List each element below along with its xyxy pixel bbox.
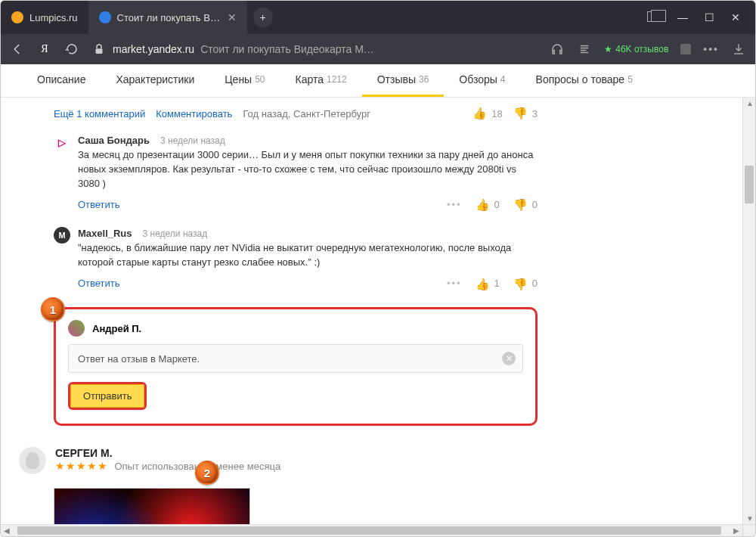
like-count: 18: [491, 108, 502, 120]
review-photo[interactable]: [54, 488, 250, 526]
comment-item: M Maxell_Rus 3 недели назад "надеюсь, в …: [54, 227, 538, 292]
reply-input[interactable]: [68, 344, 523, 373]
comment-date: 3 недели назад: [143, 228, 208, 241]
reply-link[interactable]: Ответить: [78, 277, 120, 291]
address-bar: Я market.yandex.ru Стоит ли покупать Вид…: [1, 34, 755, 64]
scrollbar-thumb[interactable]: [745, 166, 754, 203]
thumb-up-icon[interactable]: 👍: [472, 107, 487, 120]
more-icon[interactable]: •••: [447, 277, 462, 291]
tab-map[interactable]: Карта1212: [280, 64, 362, 97]
comment-date: 3 недели назад: [160, 135, 225, 147]
thumb-up-icon[interactable]: 👍: [476, 197, 490, 213]
comment-username[interactable]: Саша Бондарь: [78, 134, 150, 148]
comment-text: "надеюсь, в ближайшие пару лет NVidia не…: [78, 241, 538, 270]
scroll-down-icon[interactable]: ▼: [746, 514, 754, 523]
comment-item: ▷ Саша Бондарь 3 недели назад За месяц д…: [54, 134, 538, 213]
favicon-icon: [99, 11, 111, 23]
maximize-button[interactable]: ☐: [705, 11, 714, 23]
browser-tab-inactive[interactable]: Lumpics.ru: [1, 1, 88, 34]
scroll-left-icon[interactable]: ◀: [4, 526, 10, 535]
reload-button[interactable]: [64, 42, 79, 56]
rating-badge[interactable]: 46K отзывов: [604, 44, 668, 54]
close-icon[interactable]: ✕: [228, 11, 237, 23]
reply-username: Андрей П.: [92, 323, 141, 334]
scroll-right-icon[interactable]: ▶: [733, 526, 739, 535]
tab-specs[interactable]: Характеристики: [101, 64, 209, 97]
thumb-down-icon[interactable]: 👎: [513, 197, 528, 213]
minimize-button[interactable]: —: [677, 11, 688, 23]
scrollbar-corner: [742, 524, 755, 536]
comment-username[interactable]: Maxell_Rus: [78, 227, 132, 241]
like-count: 1: [494, 277, 500, 291]
svg-rect-0: [96, 48, 103, 54]
star-rating-icon: ★★★★★: [55, 460, 108, 472]
thumb-down-icon[interactable]: 👎: [513, 107, 528, 120]
dislike-count: 0: [532, 198, 538, 213]
downloads-icon[interactable]: [731, 42, 746, 56]
yandex-icon[interactable]: Я: [37, 43, 52, 55]
tab-description[interactable]: Описание: [22, 64, 101, 97]
url-display[interactable]: market.yandex.ru Стоит ли покупать Видео…: [91, 42, 374, 56]
dislike-count: 3: [532, 108, 538, 120]
dislike-count: 0: [532, 277, 538, 291]
browser-tab-active[interactable]: Стоит ли покупать Вид ✕: [88, 1, 247, 34]
tab-reviews[interactable]: Отзывы36: [362, 64, 445, 97]
avatar: M: [54, 227, 70, 244]
clear-input-icon[interactable]: ✕: [502, 352, 516, 365]
more-icon[interactable]: •••: [703, 43, 719, 55]
tab-title: Стоит ли покупать Вид: [117, 12, 222, 23]
annotation-marker: 2: [195, 461, 219, 485]
bookmark-icon[interactable]: [680, 44, 691, 54]
send-button[interactable]: Отправить: [70, 384, 144, 408]
avatar: [19, 447, 46, 474]
favicon-icon: [11, 11, 23, 23]
scrollbar-thumb[interactable]: [17, 526, 721, 535]
review-topline: Ещё 1 комментарий Комментировать Год наз…: [54, 107, 538, 120]
window-titlebar: Lumpics.ru Стоит ли покупать Вид ✕ + — ☐…: [1, 1, 755, 34]
like-count: 0: [494, 198, 500, 213]
review-item: СЕРГЕИ М. ★★★★★ Опыт использования: мене…: [54, 447, 538, 474]
lock-icon: [91, 42, 107, 56]
review-meta: Год назад, Санкт-Петербург: [243, 108, 370, 120]
product-tabs: Описание Характеристики Цены50 Карта1212…: [1, 64, 755, 98]
avatar: [68, 320, 85, 337]
thumb-up-icon[interactable]: 👍: [476, 276, 490, 293]
headphones-icon[interactable]: [550, 42, 565, 56]
close-window-button[interactable]: ✕: [731, 11, 740, 23]
tab-overviews[interactable]: Обзоры4: [444, 64, 520, 97]
reply-box-highlight: 1 Андрей П. ✕ Отправить 2: [54, 307, 538, 426]
avatar: ▷: [54, 134, 70, 151]
tab-prices[interactable]: Цены50: [209, 64, 280, 97]
horizontal-scrollbar[interactable]: ◀ ▶: [1, 524, 742, 536]
reader-icon[interactable]: [577, 42, 592, 56]
tab-title: Lumpics.ru: [29, 12, 78, 23]
annotation-marker: 1: [41, 297, 65, 321]
scroll-up-icon[interactable]: ▲: [746, 99, 754, 107]
more-comments-link[interactable]: Ещё 1 комментарий: [54, 108, 145, 120]
more-icon[interactable]: •••: [447, 198, 462, 213]
url-path: Стоит ли покупать Видеокарта M…: [200, 43, 374, 55]
vertical-scrollbar[interactable]: ▲ ▼: [742, 98, 755, 524]
comment-text: За месяц до презентации 3000 серии… Был …: [78, 148, 538, 191]
back-button[interactable]: [10, 42, 25, 56]
add-comment-link[interactable]: Комментировать: [156, 108, 232, 120]
tab-questions[interactable]: Вопросы о товаре5: [521, 64, 648, 97]
new-tab-button[interactable]: +: [253, 8, 273, 27]
url-domain: market.yandex.ru: [113, 43, 194, 55]
review-username[interactable]: СЕРГЕИ М.: [55, 447, 280, 459]
thumb-down-icon[interactable]: 👎: [513, 276, 528, 293]
reply-link[interactable]: Ответить: [78, 198, 120, 213]
page-content: Ещё 1 комментарий Комментировать Год наз…: [1, 98, 755, 526]
panes-icon[interactable]: [647, 11, 661, 22]
